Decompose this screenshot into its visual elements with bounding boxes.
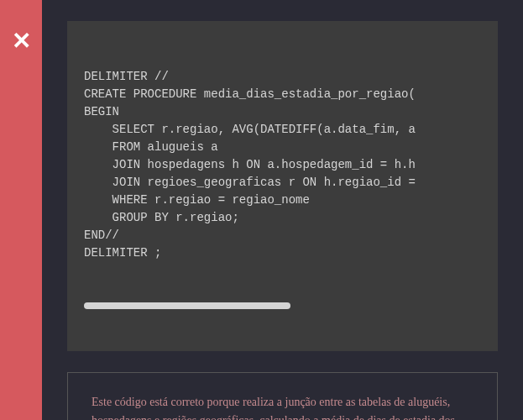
code-block-container: DELIMITER // CREATE PROCEDURE media_dias… (67, 21, 498, 351)
close-button[interactable]: ✕ (0, 24, 42, 57)
horizontal-scrollbar-track[interactable] (84, 302, 481, 309)
code-line: GROUP BY r.regiao; (84, 211, 239, 224)
code-line: BEGIN (84, 105, 119, 118)
code-line: JOIN regioes_geograficas r ON h.regiao_i… (84, 176, 416, 189)
code-line: JOIN hospedagens h ON a.hospedagem_id = … (84, 158, 416, 171)
explanation-box: Este código está correto porque realiza … (67, 372, 498, 420)
code-line: WHERE r.regiao = regiao_nome (84, 193, 310, 207)
code-content: DELIMITER // CREATE PROCEDURE media_dias… (84, 68, 481, 262)
code-line: DELIMITER ; (84, 246, 161, 260)
code-line: CREATE PROCEDURE media_dias_estadia_por_… (84, 87, 416, 101)
content-area: DELIMITER // CREATE PROCEDURE media_dias… (42, 0, 523, 420)
code-line: DELIMITER // (84, 70, 169, 83)
sidebar: ✕ (0, 0, 42, 420)
code-line: SELECT r.regiao, AVG(DATEDIFF(a.data_fim… (84, 123, 416, 136)
explanation-text: Este código está correto porque realiza … (92, 393, 473, 420)
code-line: FROM alugueis a (84, 140, 218, 154)
code-block: DELIMITER // CREATE PROCEDURE media_dias… (67, 21, 498, 351)
horizontal-scrollbar-thumb[interactable] (84, 302, 290, 309)
close-icon: ✕ (12, 27, 31, 55)
code-line: END// (84, 228, 119, 242)
